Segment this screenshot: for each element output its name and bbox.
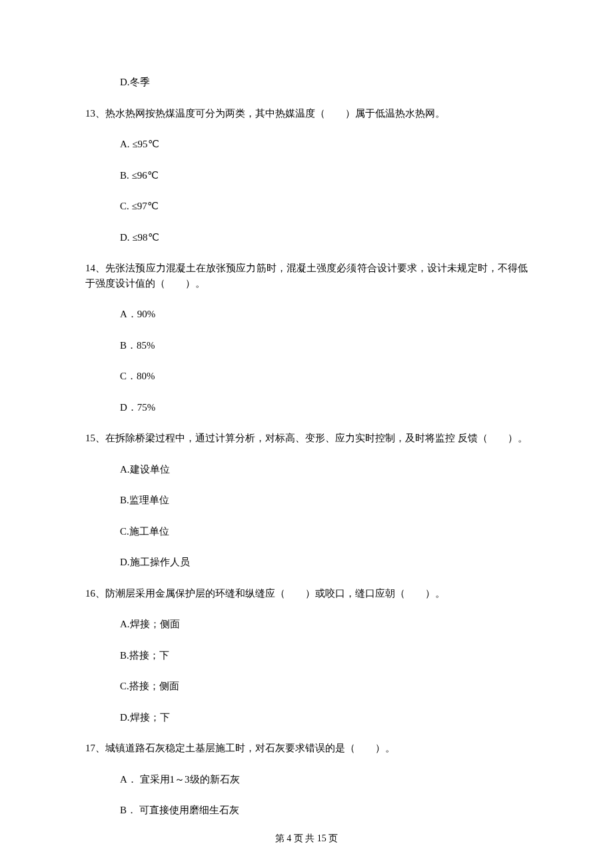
question-13-num: 13、 — [85, 108, 105, 119]
question-14-text: 先张法预应力混凝土在放张预应力筋时，混凝土强度必须符合设计要求，设计未规定时，不… — [85, 263, 528, 289]
q13-option-c: C. ≤97℃ — [85, 199, 528, 214]
question-13: 13、热水热网按热煤温度可分为两类，其中热媒温度（ ）属于低温热水热网。 — [85, 106, 528, 121]
question-14: 14、先张法预应力混凝土在放张预应力筋时，混凝土强度必须符合设计要求，设计未规定… — [85, 261, 528, 291]
question-13-text: 热水热网按热煤温度可分为两类，其中热媒温度（ ）属于低温热水热网。 — [105, 108, 445, 119]
question-15-num: 15、 — [85, 433, 105, 443]
page-footer: 第 4 页 共 15 页 — [0, 831, 613, 845]
q14-option-b: B．85% — [85, 338, 528, 353]
question-16-num: 16、 — [85, 588, 105, 599]
q16-option-d: D.焊接；下 — [85, 710, 528, 725]
q16-option-a: A.焊接；侧面 — [85, 617, 528, 632]
q15-option-a: A.建设单位 — [85, 462, 528, 477]
question-16-text: 防潮层采用金属保护层的环缝和纵缝应（ ）或咬口，缝口应朝（ ）。 — [105, 588, 445, 599]
question-15-text: 在拆除桥梁过程中，通过计算分析，对标高、变形、应力实时控制，及时将监控 反馈（ … — [105, 433, 528, 443]
question-17-text: 城镇道路石灰稳定土基层施工时，对石灰要求错误的是（ ）。 — [105, 743, 395, 753]
question-14-num: 14、 — [85, 263, 105, 273]
q16-option-b: B.搭接；下 — [85, 648, 528, 663]
q13-option-d: D. ≤98℃ — [85, 230, 528, 245]
q14-option-a: A．90% — [85, 307, 528, 322]
question-15: 15、在拆除桥梁过程中，通过计算分析，对标高、变形、应力实时控制，及时将监控 反… — [85, 431, 528, 446]
question-17: 17、城镇道路石灰稳定土基层施工时，对石灰要求错误的是（ ）。 — [85, 741, 528, 756]
q17-option-b: B． 可直接使用磨细生石灰 — [85, 803, 528, 818]
q15-option-d: D.施工操作人员 — [85, 555, 528, 570]
orphan-option-d: D.冬季 — [85, 75, 528, 90]
q15-option-b: B.监理单位 — [85, 493, 528, 508]
q14-option-c: C．80% — [85, 369, 528, 384]
q15-option-c: C.施工单位 — [85, 524, 528, 539]
q13-option-b: B. ≤96℃ — [85, 168, 528, 183]
q13-option-a: A. ≤95℃ — [85, 137, 528, 152]
q14-option-d: D．75% — [85, 400, 528, 415]
q17-option-a: A． 宜采用1～3级的新石灰 — [85, 772, 528, 787]
question-17-num: 17、 — [85, 743, 105, 753]
question-16: 16、防潮层采用金属保护层的环缝和纵缝应（ ）或咬口，缝口应朝（ ）。 — [85, 586, 528, 601]
q16-option-c: C.搭接；侧面 — [85, 679, 528, 694]
